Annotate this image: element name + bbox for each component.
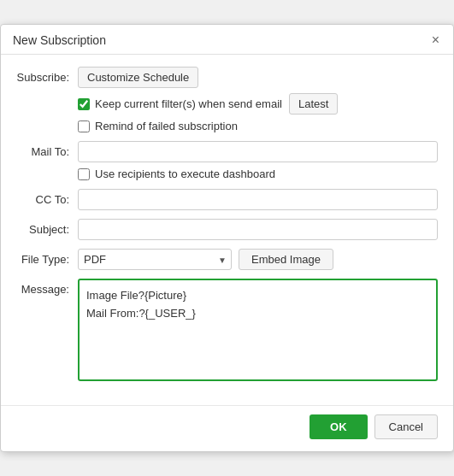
use-recipients-label: Use recipients to execute dashboard [95, 167, 275, 180]
subject-row: Subject: [16, 219, 438, 240]
use-recipients-checkbox[interactable] [78, 168, 90, 180]
close-button[interactable]: × [430, 33, 441, 47]
subject-content [78, 219, 438, 240]
subscribe-row: Subscribe: Customize Schedule Keep curre… [16, 67, 438, 132]
cc-to-row: CC To: [16, 189, 438, 210]
keep-filter-label: Keep current filter(s) when send email [95, 97, 282, 110]
file-type-select-wrapper: PDF Excel CSV Word ▼ [78, 249, 232, 270]
subscribe-content: Customize Schedule Keep current filter(s… [78, 67, 438, 132]
remind-label: Remind of failed subscription [95, 120, 238, 132]
keep-filter-row: Keep current filter(s) when send email L… [78, 93, 438, 115]
keep-filter-checkbox[interactable] [78, 98, 90, 110]
use-recipients-row: Use recipients to execute dashboard [78, 167, 438, 180]
subject-label: Subject: [16, 219, 78, 236]
dialog-body: Subscribe: Customize Schedule Keep curre… [1, 55, 453, 405]
dialog-footer: OK Cancel [1, 405, 453, 451]
new-subscription-dialog: New Subscription × Subscribe: Customize … [0, 24, 454, 452]
latest-button[interactable]: Latest [289, 93, 338, 115]
cc-to-input[interactable] [78, 189, 438, 210]
customize-schedule-button[interactable]: Customize Schedule [78, 67, 198, 88]
dialog-title: New Subscription [13, 33, 106, 47]
mail-to-input[interactable] [78, 141, 438, 162]
mail-to-row: Mail To: Use recipients to execute dashb… [16, 141, 438, 180]
mail-to-label: Mail To: [16, 141, 78, 158]
cc-to-content [78, 189, 438, 210]
file-type-select[interactable]: PDF Excel CSV Word [78, 249, 232, 270]
remind-row: Remind of failed subscription [78, 120, 438, 132]
subscribe-label: Subscribe: [16, 67, 78, 84]
file-type-row: File Type: PDF Excel CSV Word ▼ Embed Im… [16, 249, 438, 270]
file-type-label: File Type: [16, 249, 78, 266]
message-label: Message: [16, 279, 78, 296]
mail-to-content: Use recipients to execute dashboard [78, 141, 438, 180]
file-type-content: PDF Excel CSV Word ▼ Embed Image [78, 249, 438, 270]
message-textarea[interactable]: Image File?{Picture} Mail From:?{_USER_} [78, 279, 438, 381]
cc-to-label: CC To: [16, 189, 78, 206]
subject-input[interactable] [78, 219, 438, 240]
remind-checkbox[interactable] [78, 120, 90, 132]
dialog-header: New Subscription × [1, 25, 453, 55]
message-row: Message: Image File?{Picture} Mail From:… [16, 279, 438, 381]
cancel-button[interactable]: Cancel [374, 414, 438, 439]
embed-image-button[interactable]: Embed Image [239, 249, 333, 270]
ok-button[interactable]: OK [310, 414, 368, 439]
